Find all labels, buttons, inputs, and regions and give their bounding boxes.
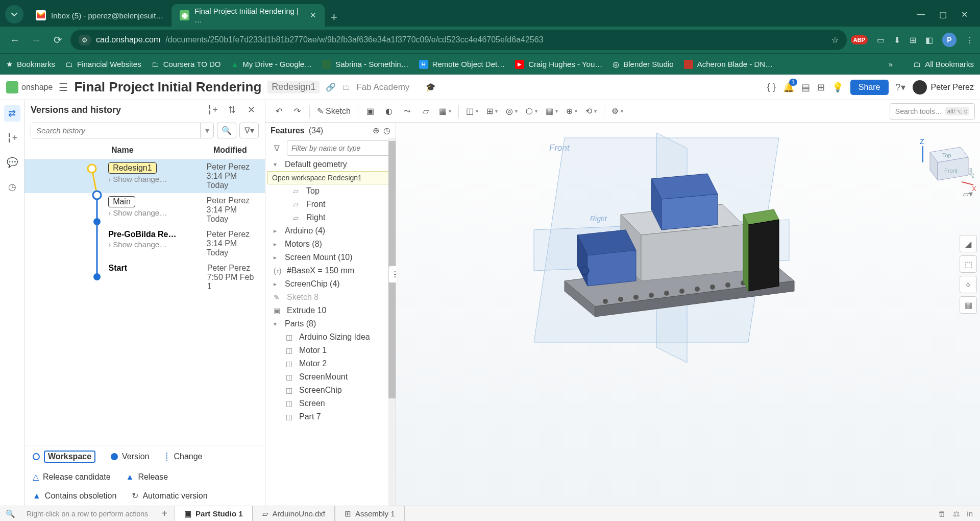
bookmark-star-icon[interactable]: ☆	[831, 35, 839, 45]
close-panel-icon[interactable]: ✕	[243, 104, 259, 115]
version-row[interactable]: Main › Show change… Peter Perez 3:14 PM …	[24, 193, 265, 227]
bookmarks-overflow[interactable]: »	[889, 60, 893, 68]
onshape-logo[interactable]: onshape	[6, 81, 53, 93]
minimize-icon[interactable]: —	[917, 10, 925, 19]
properties-icon[interactable]: ▦	[960, 296, 977, 314]
thicken-icon[interactable]: ▦▾	[436, 103, 454, 120]
browser-tab-inbox[interactable]: Inbox (5) - pperez@belenjesuit…	[28, 4, 172, 27]
trash-icon[interactable]: 🗑	[938, 509, 946, 518]
version-row[interactable]: Pre-GoBilda Re… › Show change… Peter Per…	[24, 227, 265, 260]
feature-item[interactable]: ▾Parts (8)	[265, 317, 396, 330]
reload-button[interactable]: ⟳	[49, 31, 66, 49]
feature-item[interactable]: ▸Arduino (4)	[265, 224, 396, 238]
add-feature-icon[interactable]: ⊕	[373, 126, 379, 135]
document-title[interactable]: Final Project Initial Rendering	[74, 79, 261, 95]
add-tab-button[interactable]: +	[154, 508, 175, 519]
versions-icon[interactable]: ⇄	[4, 105, 20, 122]
feature-item[interactable]: ▣Extrude 10	[265, 304, 396, 317]
tab-assembly[interactable]: ⊞Assembly 1	[335, 506, 405, 521]
search-history-input[interactable]	[31, 123, 200, 138]
feature-item[interactable]: ◫ScreenChip	[265, 384, 396, 397]
feedback-icon[interactable]: 💡	[832, 82, 843, 93]
all-bookmarks[interactable]: 🗀All Bookmarks	[913, 60, 974, 68]
close-icon[interactable]: ✕	[310, 11, 316, 20]
bookmark-link[interactable]: ◎Blender Studio	[612, 60, 673, 69]
feature-item[interactable]: ◫Part 7	[265, 410, 396, 423]
branch-name[interactable]: Redesign1	[267, 81, 320, 93]
3d-canvas[interactable]: Front Right	[396, 123, 980, 506]
menu-icon[interactable]: ☰	[59, 81, 68, 93]
isometric-icon[interactable]: ⬚	[960, 255, 977, 273]
draft-icon[interactable]: ◎▾	[503, 103, 521, 120]
bookmark-link[interactable]: HRemote Object Det…	[419, 60, 505, 69]
share-button[interactable]: Share	[850, 80, 889, 95]
user-menu[interactable]: Peter Perez	[913, 80, 974, 94]
section-view-icon[interactable]: ◢	[960, 235, 977, 252]
transform-icon[interactable]: ⟲▾	[582, 103, 600, 120]
breadcrumb[interactable]: Fab Academy	[356, 82, 409, 92]
shell-icon[interactable]: ⬡▾	[523, 103, 541, 120]
bookmark-drive[interactable]: ▲My Drive - Google…	[231, 60, 312, 68]
extensions-icon[interactable]: ⊞	[910, 35, 916, 45]
chamfer-icon[interactable]: ⊞▾	[483, 103, 501, 120]
units-icon[interactable]: in	[967, 509, 973, 518]
show-changes-link[interactable]: › Show change…	[108, 175, 206, 183]
view-cube[interactable]: Z Top Front Right X	[915, 132, 966, 183]
revolve-icon[interactable]: ◐	[381, 103, 397, 120]
bookmark-link[interactable]: Acheron Blade - DN…	[684, 60, 773, 69]
scrollbar[interactable]	[388, 138, 396, 506]
back-button[interactable]: ←	[6, 31, 23, 49]
show-changes-link[interactable]: › Show change…	[108, 208, 206, 217]
pattern-icon[interactable]: ▦▾	[543, 103, 561, 120]
compare-icon[interactable]: ⇅	[224, 104, 239, 115]
feature-filter-input[interactable]	[287, 140, 391, 156]
feature-item[interactable]: ◫Motor 1	[265, 344, 396, 357]
feature-item[interactable]: ✎Sketch 8	[265, 291, 396, 304]
maximize-icon[interactable]: ▢	[939, 10, 947, 19]
comments-icon[interactable]: 💬	[4, 154, 20, 171]
scale-icon[interactable]: ⚖	[953, 509, 960, 518]
feature-item[interactable]: ▱Top	[265, 184, 396, 198]
undo-button[interactable]: ↶	[271, 103, 287, 120]
version-row[interactable]: Start Peter Perez 7:50 PM Feb 1	[24, 260, 265, 294]
browser-tab-onshape[interactable]: ◉ Final Project Initial Rendering | … ✕	[172, 4, 325, 27]
filter-icon[interactable]: ∇	[270, 140, 284, 156]
side-panel-icon[interactable]: ◧	[925, 35, 933, 45]
fillet-icon[interactable]: ◫▾	[463, 103, 481, 120]
add-icon[interactable]: ╏+	[4, 130, 20, 146]
sweep-icon[interactable]: ⤳	[399, 103, 415, 120]
graduation-icon[interactable]: 🎓	[426, 82, 436, 92]
search-tabs-icon[interactable]: 🔍	[0, 509, 20, 518]
chrome-menu-icon[interactable]: ⋮	[966, 35, 974, 45]
measure-icon[interactable]: ⟐	[960, 276, 977, 293]
feature-item[interactable]: ▸ScreenChip (4)	[265, 277, 396, 291]
gear-icon[interactable]: ⚙▾	[608, 103, 626, 120]
abp-extension-icon[interactable]: ABP	[851, 35, 868, 44]
tab-part-studio[interactable]: ▣Part Studio 1	[175, 506, 253, 521]
show-changes-link[interactable]: › Show change…	[108, 240, 206, 249]
download-icon[interactable]: ⬇	[894, 35, 900, 45]
bookmark-link[interactable]: Sabrina - Somethin…	[322, 60, 408, 69]
feature-item[interactable]: ◫Arduino Sizing Idea	[265, 330, 396, 344]
feature-item[interactable]: ▸Screen Mount (10)	[265, 251, 396, 264]
redo-button[interactable]: ↷	[289, 103, 305, 120]
timer-icon[interactable]: ◷	[383, 126, 390, 135]
bookmark-folder[interactable]: 🗀Coursera TO DO	[152, 60, 221, 68]
feature-item[interactable]: ▱Front	[265, 198, 396, 211]
search-tools[interactable]: Search tools… alt/⌥ c	[890, 103, 975, 120]
feature-item[interactable]: ▸Motors (8)	[265, 238, 396, 251]
create-version-icon[interactable]: ╏+	[205, 104, 220, 115]
feature-item[interactable]: ◫Motor 2	[265, 357, 396, 370]
tab-search-button[interactable]	[5, 5, 23, 23]
bookmarks-star[interactable]: ★ Bookmarks	[6, 60, 55, 69]
feature-item[interactable]: ◫Screen	[265, 397, 396, 410]
search-dropdown-icon[interactable]: ▾	[200, 123, 213, 138]
site-settings-icon[interactable]: ⚙	[79, 35, 91, 45]
forward-button[interactable]: →	[28, 31, 45, 49]
notifications-icon[interactable]: 🔔1	[783, 82, 794, 93]
sketch-button[interactable]: ✎ Sketch	[314, 103, 354, 120]
feature-item[interactable]: (𝑥)#BaseX = 150 mm	[265, 264, 396, 277]
extrude-icon[interactable]: ▣	[362, 103, 379, 120]
history-icon[interactable]: ◷	[4, 179, 20, 195]
version-row[interactable]: Redesign1 › Show change… Peter Perez 3:1…	[24, 159, 265, 193]
